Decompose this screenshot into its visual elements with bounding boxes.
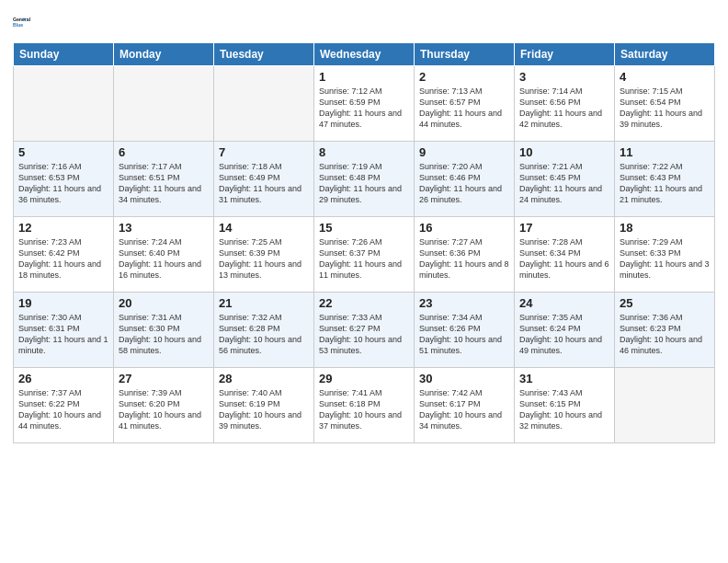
day-number: 6 [119, 145, 209, 159]
day-header-sunday: Sunday [14, 43, 114, 66]
header: General Blue [13, 9, 715, 35]
calendar-cell: 8Sunrise: 7:19 AM Sunset: 6:48 PM Daylig… [314, 142, 415, 217]
calendar-cell [615, 368, 715, 443]
calendar-cell: 29Sunrise: 7:41 AM Sunset: 6:18 PM Dayli… [314, 368, 415, 443]
day-number: 28 [219, 372, 309, 385]
week-row-1: 1Sunrise: 7:12 AM Sunset: 6:59 PM Daylig… [14, 66, 715, 142]
day-number: 30 [419, 372, 509, 385]
day-info: Sunrise: 7:32 AM Sunset: 6:28 PM Dayligh… [219, 312, 309, 357]
calendar-cell: 2Sunrise: 7:13 AM Sunset: 6:57 PM Daylig… [415, 66, 515, 142]
calendar-cell: 13Sunrise: 7:24 AM Sunset: 6:40 PM Dayli… [114, 217, 214, 293]
calendar-cell: 15Sunrise: 7:26 AM Sunset: 6:37 PM Dayli… [314, 217, 415, 293]
calendar-cell: 18Sunrise: 7:29 AM Sunset: 6:33 PM Dayli… [615, 217, 715, 293]
day-info: Sunrise: 7:21 AM Sunset: 6:45 PM Dayligh… [519, 161, 609, 206]
week-row-4: 19Sunrise: 7:30 AM Sunset: 6:31 PM Dayli… [14, 293, 715, 368]
calendar-cell: 11Sunrise: 7:22 AM Sunset: 6:43 PM Dayli… [615, 142, 715, 217]
day-number: 12 [18, 221, 108, 235]
day-info: Sunrise: 7:43 AM Sunset: 6:15 PM Dayligh… [519, 387, 609, 432]
day-info: Sunrise: 7:16 AM Sunset: 6:53 PM Dayligh… [18, 161, 108, 206]
day-number: 22 [319, 296, 409, 310]
calendar-cell [214, 66, 314, 142]
page: General Blue SundayMondayTuesdayWednesda… [0, 0, 728, 563]
day-info: Sunrise: 7:31 AM Sunset: 6:30 PM Dayligh… [119, 312, 209, 357]
day-header-thursday: Thursday [415, 43, 515, 66]
calendar-cell: 31Sunrise: 7:43 AM Sunset: 6:15 PM Dayli… [515, 368, 615, 443]
day-info: Sunrise: 7:24 AM Sunset: 6:40 PM Dayligh… [119, 236, 209, 282]
day-number: 5 [18, 145, 108, 159]
day-number: 9 [419, 145, 509, 159]
calendar-cell: 9Sunrise: 7:20 AM Sunset: 6:46 PM Daylig… [415, 142, 515, 217]
day-header-wednesday: Wednesday [314, 43, 415, 66]
day-info: Sunrise: 7:42 AM Sunset: 6:17 PM Dayligh… [419, 387, 509, 432]
day-info: Sunrise: 7:33 AM Sunset: 6:27 PM Dayligh… [319, 312, 409, 357]
day-info: Sunrise: 7:36 AM Sunset: 6:23 PM Dayligh… [620, 312, 710, 357]
day-number: 23 [419, 296, 509, 310]
day-header-monday: Monday [114, 43, 214, 66]
day-number: 13 [119, 221, 209, 235]
calendar-cell: 3Sunrise: 7:14 AM Sunset: 6:56 PM Daylig… [515, 66, 615, 142]
day-info: Sunrise: 7:13 AM Sunset: 6:57 PM Dayligh… [419, 86, 509, 131]
calendar-cell: 5Sunrise: 7:16 AM Sunset: 6:53 PM Daylig… [14, 142, 114, 217]
day-number: 29 [319, 372, 409, 385]
day-info: Sunrise: 7:22 AM Sunset: 6:43 PM Dayligh… [620, 161, 710, 206]
week-row-2: 5Sunrise: 7:16 AM Sunset: 6:53 PM Daylig… [14, 142, 715, 217]
logo-icon: General Blue [13, 9, 39, 35]
day-info: Sunrise: 7:39 AM Sunset: 6:20 PM Dayligh… [119, 387, 209, 432]
day-info: Sunrise: 7:30 AM Sunset: 6:31 PM Dayligh… [18, 312, 108, 357]
calendar-cell: 20Sunrise: 7:31 AM Sunset: 6:30 PM Dayli… [114, 293, 214, 368]
day-number: 25 [620, 296, 710, 310]
day-number: 4 [620, 70, 710, 84]
day-number: 16 [419, 221, 509, 235]
day-number: 15 [319, 221, 409, 235]
day-number: 24 [519, 296, 609, 310]
calendar-cell: 30Sunrise: 7:42 AM Sunset: 6:17 PM Dayli… [415, 368, 515, 443]
day-number: 20 [119, 296, 209, 310]
calendar-cell: 27Sunrise: 7:39 AM Sunset: 6:20 PM Dayli… [114, 368, 214, 443]
day-number: 8 [319, 145, 409, 159]
day-header-saturday: Saturday [615, 43, 715, 66]
calendar-cell: 23Sunrise: 7:34 AM Sunset: 6:26 PM Dayli… [415, 293, 515, 368]
day-info: Sunrise: 7:25 AM Sunset: 6:39 PM Dayligh… [219, 236, 309, 282]
day-number: 1 [319, 70, 409, 84]
day-info: Sunrise: 7:29 AM Sunset: 6:33 PM Dayligh… [620, 236, 710, 282]
day-number: 18 [620, 221, 710, 235]
calendar-cell: 21Sunrise: 7:32 AM Sunset: 6:28 PM Dayli… [214, 293, 314, 368]
svg-text:General: General [13, 17, 31, 22]
day-info: Sunrise: 7:12 AM Sunset: 6:59 PM Dayligh… [319, 86, 409, 131]
day-info: Sunrise: 7:37 AM Sunset: 6:22 PM Dayligh… [18, 387, 108, 432]
calendar-cell: 14Sunrise: 7:25 AM Sunset: 6:39 PM Dayli… [214, 217, 314, 293]
day-info: Sunrise: 7:27 AM Sunset: 6:36 PM Dayligh… [419, 236, 509, 282]
calendar-cell: 7Sunrise: 7:18 AM Sunset: 6:49 PM Daylig… [214, 142, 314, 217]
week-row-3: 12Sunrise: 7:23 AM Sunset: 6:42 PM Dayli… [14, 217, 715, 293]
day-number: 2 [419, 70, 509, 84]
day-info: Sunrise: 7:34 AM Sunset: 6:26 PM Dayligh… [419, 312, 509, 357]
days-header-row: SundayMondayTuesdayWednesdayThursdayFrid… [14, 43, 715, 66]
day-info: Sunrise: 7:15 AM Sunset: 6:54 PM Dayligh… [620, 86, 710, 131]
day-info: Sunrise: 7:18 AM Sunset: 6:49 PM Dayligh… [219, 161, 309, 206]
day-header-friday: Friday [515, 43, 615, 66]
calendar-cell [114, 66, 214, 142]
day-number: 19 [18, 296, 108, 310]
day-info: Sunrise: 7:14 AM Sunset: 6:56 PM Dayligh… [519, 86, 609, 131]
calendar-cell [14, 66, 114, 142]
calendar-cell: 16Sunrise: 7:27 AM Sunset: 6:36 PM Dayli… [415, 217, 515, 293]
day-number: 17 [519, 221, 609, 235]
day-header-tuesday: Tuesday [214, 43, 314, 66]
day-number: 10 [519, 145, 609, 159]
day-info: Sunrise: 7:19 AM Sunset: 6:48 PM Dayligh… [319, 161, 409, 206]
calendar-cell: 24Sunrise: 7:35 AM Sunset: 6:24 PM Dayli… [515, 293, 615, 368]
calendar-cell: 26Sunrise: 7:37 AM Sunset: 6:22 PM Dayli… [14, 368, 114, 443]
day-number: 26 [18, 372, 108, 385]
day-number: 7 [219, 145, 309, 159]
calendar-cell: 10Sunrise: 7:21 AM Sunset: 6:45 PM Dayli… [515, 142, 615, 217]
calendar-cell: 22Sunrise: 7:33 AM Sunset: 6:27 PM Dayli… [314, 293, 415, 368]
week-row-5: 26Sunrise: 7:37 AM Sunset: 6:22 PM Dayli… [14, 368, 715, 443]
calendar-cell: 4Sunrise: 7:15 AM Sunset: 6:54 PM Daylig… [615, 66, 715, 142]
day-info: Sunrise: 7:20 AM Sunset: 6:46 PM Dayligh… [419, 161, 509, 206]
calendar-cell: 19Sunrise: 7:30 AM Sunset: 6:31 PM Dayli… [14, 293, 114, 368]
calendar-cell: 1Sunrise: 7:12 AM Sunset: 6:59 PM Daylig… [314, 66, 415, 142]
day-info: Sunrise: 7:41 AM Sunset: 6:18 PM Dayligh… [319, 387, 409, 432]
logo: General Blue [13, 9, 39, 35]
day-info: Sunrise: 7:28 AM Sunset: 6:34 PM Dayligh… [519, 236, 609, 282]
svg-text:Blue: Blue [13, 22, 23, 28]
